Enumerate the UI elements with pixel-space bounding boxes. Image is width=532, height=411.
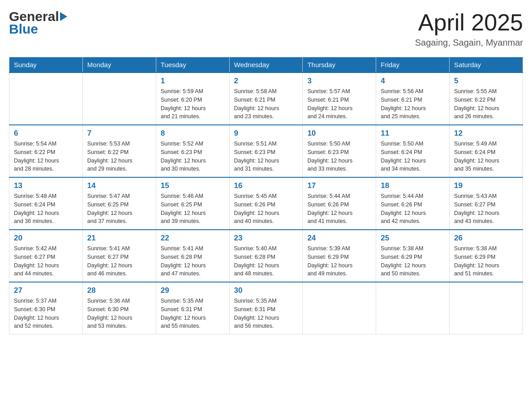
day-info: Sunrise: 5:54 AM Sunset: 6:22 PM Dayligh…: [14, 140, 78, 173]
day-number: 11: [381, 129, 445, 138]
calendar-header-sunday: Sunday: [9, 57, 83, 73]
day-info: Sunrise: 5:38 AM Sunset: 6:29 PM Dayligh…: [381, 244, 445, 278]
calendar-cell: 14Sunrise: 5:47 AM Sunset: 6:25 PM Dayli…: [82, 177, 156, 230]
calendar-cell: 6Sunrise: 5:54 AM Sunset: 6:22 PM Daylig…: [9, 125, 83, 177]
day-info: Sunrise: 5:44 AM Sunset: 6:26 PM Dayligh…: [381, 192, 445, 226]
day-number: 19: [454, 181, 518, 190]
day-info: Sunrise: 5:49 AM Sunset: 6:24 PM Dayligh…: [454, 140, 518, 173]
logo-line2: Blue: [9, 21, 67, 37]
title-block: April 2025 Sagaing, Sagain, Myanmar: [415, 9, 523, 48]
calendar-cell: 20Sunrise: 5:42 AM Sunset: 6:27 PM Dayli…: [9, 230, 83, 282]
day-info: Sunrise: 5:44 AM Sunset: 6:26 PM Dayligh…: [307, 192, 371, 226]
calendar-cell: 26Sunrise: 5:38 AM Sunset: 6:29 PM Dayli…: [450, 230, 523, 282]
day-number: 1: [161, 77, 225, 86]
calendar-cell: 27Sunrise: 5:37 AM Sunset: 6:30 PM Dayli…: [9, 282, 83, 334]
calendar-cell: [376, 282, 450, 334]
day-info: Sunrise: 5:46 AM Sunset: 6:25 PM Dayligh…: [161, 192, 225, 226]
day-number: 18: [381, 181, 445, 190]
day-number: 6: [14, 129, 78, 138]
day-info: Sunrise: 5:50 AM Sunset: 6:23 PM Dayligh…: [307, 140, 371, 173]
calendar-header-monday: Monday: [82, 57, 156, 73]
calendar-cell: 16Sunrise: 5:45 AM Sunset: 6:26 PM Dayli…: [229, 177, 303, 230]
calendar-cell: [82, 73, 156, 125]
calendar-cell: 19Sunrise: 5:43 AM Sunset: 6:27 PM Dayli…: [450, 177, 523, 230]
day-info: Sunrise: 5:59 AM Sunset: 6:20 PM Dayligh…: [161, 87, 225, 121]
day-number: 21: [87, 234, 151, 243]
calendar-cell: 5Sunrise: 5:55 AM Sunset: 6:22 PM Daylig…: [450, 73, 523, 125]
day-number: 29: [161, 286, 225, 295]
day-number: 15: [161, 181, 225, 190]
calendar-table: SundayMondayTuesdayWednesdayThursdayFrid…: [9, 57, 523, 334]
page-header: General Blue April 2025 Sagaing, Sagain,…: [9, 9, 523, 48]
day-number: 5: [454, 77, 518, 86]
day-info: Sunrise: 5:57 AM Sunset: 6:21 PM Dayligh…: [307, 87, 371, 121]
week-row-4: 20Sunrise: 5:42 AM Sunset: 6:27 PM Dayli…: [9, 230, 523, 282]
calendar-cell: 24Sunrise: 5:39 AM Sunset: 6:29 PM Dayli…: [303, 230, 376, 282]
day-number: 13: [14, 181, 78, 190]
day-info: Sunrise: 5:39 AM Sunset: 6:29 PM Dayligh…: [307, 244, 371, 278]
calendar-cell: 28Sunrise: 5:36 AM Sunset: 6:30 PM Dayli…: [82, 282, 156, 334]
day-number: 16: [234, 181, 298, 190]
day-info: Sunrise: 5:38 AM Sunset: 6:29 PM Dayligh…: [454, 244, 518, 278]
day-info: Sunrise: 5:50 AM Sunset: 6:24 PM Dayligh…: [381, 140, 445, 173]
calendar-cell: 11Sunrise: 5:50 AM Sunset: 6:24 PM Dayli…: [376, 125, 450, 177]
day-number: 4: [381, 77, 445, 86]
day-info: Sunrise: 5:55 AM Sunset: 6:22 PM Dayligh…: [454, 87, 518, 121]
day-info: Sunrise: 5:43 AM Sunset: 6:27 PM Dayligh…: [454, 192, 518, 226]
calendar-header-wednesday: Wednesday: [229, 57, 303, 73]
calendar-cell: [450, 282, 523, 334]
week-row-2: 6Sunrise: 5:54 AM Sunset: 6:22 PM Daylig…: [9, 125, 523, 177]
day-info: Sunrise: 5:35 AM Sunset: 6:31 PM Dayligh…: [161, 297, 225, 330]
day-number: 17: [307, 181, 371, 190]
day-info: Sunrise: 5:37 AM Sunset: 6:30 PM Dayligh…: [14, 297, 78, 330]
calendar-header-thursday: Thursday: [303, 57, 376, 73]
calendar-cell: 25Sunrise: 5:38 AM Sunset: 6:29 PM Dayli…: [376, 230, 450, 282]
calendar-cell: 1Sunrise: 5:59 AM Sunset: 6:20 PM Daylig…: [156, 73, 229, 125]
calendar-cell: 29Sunrise: 5:35 AM Sunset: 6:31 PM Dayli…: [156, 282, 229, 334]
calendar-cell: 17Sunrise: 5:44 AM Sunset: 6:26 PM Dayli…: [303, 177, 376, 230]
week-row-3: 13Sunrise: 5:48 AM Sunset: 6:24 PM Dayli…: [9, 177, 523, 230]
calendar-header-row: SundayMondayTuesdayWednesdayThursdayFrid…: [9, 57, 523, 73]
calendar-cell: 13Sunrise: 5:48 AM Sunset: 6:24 PM Dayli…: [9, 177, 83, 230]
day-info: Sunrise: 5:53 AM Sunset: 6:22 PM Dayligh…: [87, 140, 151, 173]
day-info: Sunrise: 5:51 AM Sunset: 6:23 PM Dayligh…: [234, 140, 298, 173]
day-info: Sunrise: 5:42 AM Sunset: 6:27 PM Dayligh…: [14, 244, 78, 278]
calendar-header-tuesday: Tuesday: [156, 57, 229, 73]
day-number: 23: [234, 234, 298, 243]
day-number: 27: [14, 286, 78, 295]
calendar-cell: 4Sunrise: 5:56 AM Sunset: 6:21 PM Daylig…: [376, 73, 450, 125]
day-number: 20: [14, 234, 78, 243]
calendar-cell: 3Sunrise: 5:57 AM Sunset: 6:21 PM Daylig…: [303, 73, 376, 125]
day-number: 28: [87, 286, 151, 295]
calendar-cell: 10Sunrise: 5:50 AM Sunset: 6:23 PM Dayli…: [303, 125, 376, 177]
day-info: Sunrise: 5:41 AM Sunset: 6:28 PM Dayligh…: [161, 244, 225, 278]
day-number: 8: [161, 129, 225, 138]
calendar-cell: [9, 73, 83, 125]
day-number: 25: [381, 234, 445, 243]
calendar-cell: 8Sunrise: 5:52 AM Sunset: 6:23 PM Daylig…: [156, 125, 229, 177]
calendar-cell: 23Sunrise: 5:40 AM Sunset: 6:28 PM Dayli…: [229, 230, 303, 282]
page-subtitle: Sagaing, Sagain, Myanmar: [415, 38, 523, 48]
calendar-cell: 30Sunrise: 5:35 AM Sunset: 6:31 PM Dayli…: [229, 282, 303, 334]
day-info: Sunrise: 5:40 AM Sunset: 6:28 PM Dayligh…: [234, 244, 298, 278]
day-info: Sunrise: 5:45 AM Sunset: 6:26 PM Dayligh…: [234, 192, 298, 226]
day-number: 24: [307, 234, 371, 243]
day-info: Sunrise: 5:52 AM Sunset: 6:23 PM Dayligh…: [161, 140, 225, 173]
day-info: Sunrise: 5:35 AM Sunset: 6:31 PM Dayligh…: [234, 297, 298, 330]
calendar-cell: 21Sunrise: 5:41 AM Sunset: 6:27 PM Dayli…: [82, 230, 156, 282]
day-info: Sunrise: 5:56 AM Sunset: 6:21 PM Dayligh…: [381, 87, 445, 121]
day-info: Sunrise: 5:48 AM Sunset: 6:24 PM Dayligh…: [14, 192, 78, 226]
logo-arrow-icon: [60, 12, 67, 21]
calendar-cell: 22Sunrise: 5:41 AM Sunset: 6:28 PM Dayli…: [156, 230, 229, 282]
calendar-cell: 12Sunrise: 5:49 AM Sunset: 6:24 PM Dayli…: [450, 125, 523, 177]
calendar-cell: 15Sunrise: 5:46 AM Sunset: 6:25 PM Dayli…: [156, 177, 229, 230]
day-number: 10: [307, 129, 371, 138]
day-info: Sunrise: 5:41 AM Sunset: 6:27 PM Dayligh…: [87, 244, 151, 278]
day-info: Sunrise: 5:58 AM Sunset: 6:21 PM Dayligh…: [234, 87, 298, 121]
day-number: 2: [234, 77, 298, 86]
calendar-cell: [303, 282, 376, 334]
logo: General Blue: [9, 9, 67, 37]
calendar-header-saturday: Saturday: [450, 57, 523, 73]
day-number: 26: [454, 234, 518, 243]
calendar-cell: 9Sunrise: 5:51 AM Sunset: 6:23 PM Daylig…: [229, 125, 303, 177]
